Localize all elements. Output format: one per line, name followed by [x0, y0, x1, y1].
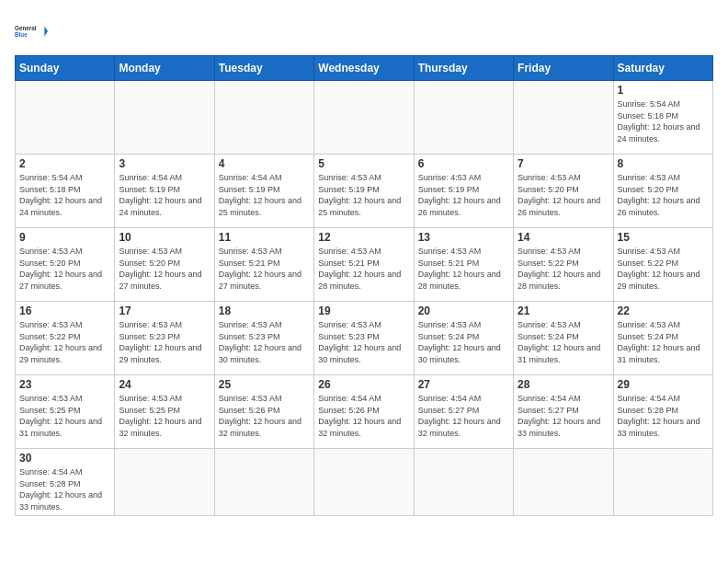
day-number: 2: [19, 157, 110, 170]
day-number: 21: [518, 304, 609, 317]
day-number: 19: [318, 304, 409, 317]
day-number: 22: [618, 304, 709, 317]
calendar-cell: [16, 81, 115, 155]
day-info: Sunrise: 4:53 AM Sunset: 5:20 PM Dayligh…: [19, 246, 110, 292]
day-number: 5: [318, 157, 409, 170]
day-info: Sunrise: 4:54 AM Sunset: 5:26 PM Dayligh…: [318, 393, 409, 439]
calendar-header-row: SundayMondayTuesdayWednesdayThursdayFrid…: [16, 56, 713, 81]
calendar-week-row: 23Sunrise: 4:53 AM Sunset: 5:25 PM Dayli…: [16, 375, 713, 449]
day-info: Sunrise: 4:53 AM Sunset: 5:21 PM Dayligh…: [318, 246, 409, 292]
calendar-cell: 10Sunrise: 4:53 AM Sunset: 5:20 PM Dayli…: [115, 228, 214, 302]
day-info: Sunrise: 4:53 AM Sunset: 5:25 PM Dayligh…: [19, 393, 110, 439]
day-info: Sunrise: 4:53 AM Sunset: 5:20 PM Dayligh…: [119, 246, 210, 292]
calendar-table: SundayMondayTuesdayWednesdayThursdayFrid…: [15, 55, 713, 516]
day-number: 24: [119, 378, 210, 391]
svg-marker-2: [44, 27, 48, 37]
day-number: 7: [518, 157, 609, 170]
day-info: Sunrise: 4:54 AM Sunset: 5:28 PM Dayligh…: [19, 466, 110, 512]
calendar-cell: 29Sunrise: 4:54 AM Sunset: 5:28 PM Dayli…: [613, 375, 712, 449]
day-info: Sunrise: 4:54 AM Sunset: 5:28 PM Dayligh…: [618, 393, 709, 439]
calendar-cell: [514, 81, 613, 155]
calendar-week-row: 30Sunrise: 4:54 AM Sunset: 5:28 PM Dayli…: [16, 449, 713, 516]
day-info: Sunrise: 4:53 AM Sunset: 5:23 PM Dayligh…: [219, 319, 310, 365]
day-info: Sunrise: 4:53 AM Sunset: 5:22 PM Dayligh…: [618, 246, 709, 292]
calendar-cell: 2Sunrise: 5:54 AM Sunset: 5:18 PM Daylig…: [16, 155, 115, 228]
day-number: 11: [219, 231, 310, 244]
calendar-cell: [613, 449, 712, 516]
calendar-cell: 25Sunrise: 4:53 AM Sunset: 5:26 PM Dayli…: [214, 375, 313, 449]
day-number: 3: [119, 157, 210, 170]
day-info: Sunrise: 5:54 AM Sunset: 5:18 PM Dayligh…: [19, 172, 110, 218]
calendar-cell: 4Sunrise: 4:54 AM Sunset: 5:19 PM Daylig…: [214, 155, 313, 228]
header-saturday: Saturday: [613, 56, 712, 81]
day-number: 6: [418, 157, 509, 170]
day-number: 27: [418, 378, 509, 391]
calendar-cell: 15Sunrise: 4:53 AM Sunset: 5:22 PM Dayli…: [613, 228, 712, 302]
day-number: 1: [618, 84, 709, 97]
day-number: 13: [418, 231, 509, 244]
day-number: 25: [219, 378, 310, 391]
day-number: 29: [618, 378, 709, 391]
day-info: Sunrise: 4:53 AM Sunset: 5:23 PM Dayligh…: [318, 319, 409, 365]
day-number: 28: [518, 378, 609, 391]
day-info: Sunrise: 4:53 AM Sunset: 5:22 PM Dayligh…: [19, 319, 110, 365]
calendar-cell: 11Sunrise: 4:53 AM Sunset: 5:21 PM Dayli…: [214, 228, 313, 302]
day-info: Sunrise: 4:53 AM Sunset: 5:23 PM Dayligh…: [119, 319, 210, 365]
calendar-week-row: 9Sunrise: 4:53 AM Sunset: 5:20 PM Daylig…: [16, 228, 713, 302]
calendar-cell: [115, 449, 214, 516]
day-info: Sunrise: 4:54 AM Sunset: 5:27 PM Dayligh…: [518, 393, 609, 439]
day-number: 15: [618, 231, 709, 244]
calendar-cell: 23Sunrise: 4:53 AM Sunset: 5:25 PM Dayli…: [16, 375, 115, 449]
calendar-cell: 24Sunrise: 4:53 AM Sunset: 5:25 PM Dayli…: [115, 375, 214, 449]
day-info: Sunrise: 4:53 AM Sunset: 5:21 PM Dayligh…: [219, 246, 310, 292]
header-friday: Friday: [514, 56, 613, 81]
calendar-cell: [414, 81, 513, 155]
logo-icon: General Blue: [15, 15, 48, 48]
calendar-cell: 26Sunrise: 4:54 AM Sunset: 5:26 PM Dayli…: [314, 375, 414, 449]
calendar-cell: 28Sunrise: 4:54 AM Sunset: 5:27 PM Dayli…: [514, 375, 613, 449]
calendar-week-row: 1Sunrise: 5:54 AM Sunset: 5:18 PM Daylig…: [16, 81, 713, 155]
header-monday: Monday: [115, 56, 214, 81]
calendar-cell: 17Sunrise: 4:53 AM Sunset: 5:23 PM Dayli…: [115, 302, 214, 375]
calendar-cell: 16Sunrise: 4:53 AM Sunset: 5:22 PM Dayli…: [16, 302, 115, 375]
svg-text:Blue: Blue: [15, 31, 28, 38]
day-info: Sunrise: 4:53 AM Sunset: 5:24 PM Dayligh…: [618, 319, 709, 365]
calendar-cell: 1Sunrise: 5:54 AM Sunset: 5:18 PM Daylig…: [613, 81, 712, 155]
calendar-cell: 12Sunrise: 4:53 AM Sunset: 5:21 PM Dayli…: [314, 228, 414, 302]
day-info: Sunrise: 4:53 AM Sunset: 5:19 PM Dayligh…: [418, 172, 509, 218]
calendar-cell: [115, 81, 214, 155]
day-number: 8: [618, 157, 709, 170]
calendar-cell: 20Sunrise: 4:53 AM Sunset: 5:24 PM Dayli…: [414, 302, 513, 375]
day-info: Sunrise: 5:54 AM Sunset: 5:18 PM Dayligh…: [618, 98, 709, 144]
day-number: 23: [19, 378, 110, 391]
day-number: 20: [418, 304, 509, 317]
calendar-week-row: 16Sunrise: 4:53 AM Sunset: 5:22 PM Dayli…: [16, 302, 713, 375]
header-tuesday: Tuesday: [214, 56, 313, 81]
day-number: 10: [119, 231, 210, 244]
day-number: 12: [318, 231, 409, 244]
calendar-cell: 8Sunrise: 4:53 AM Sunset: 5:20 PM Daylig…: [613, 155, 712, 228]
calendar-cell: 13Sunrise: 4:53 AM Sunset: 5:21 PM Dayli…: [414, 228, 513, 302]
calendar-cell: 5Sunrise: 4:53 AM Sunset: 5:19 PM Daylig…: [314, 155, 414, 228]
day-number: 26: [318, 378, 409, 391]
day-number: 4: [219, 157, 310, 170]
day-number: 17: [119, 304, 210, 317]
day-number: 30: [19, 452, 110, 465]
calendar-cell: [314, 449, 414, 516]
calendar-cell: 22Sunrise: 4:53 AM Sunset: 5:24 PM Dayli…: [613, 302, 712, 375]
day-info: Sunrise: 4:53 AM Sunset: 5:21 PM Dayligh…: [418, 246, 509, 292]
calendar-cell: [214, 449, 313, 516]
calendar-week-row: 2Sunrise: 5:54 AM Sunset: 5:18 PM Daylig…: [16, 155, 713, 228]
day-info: Sunrise: 4:54 AM Sunset: 5:27 PM Dayligh…: [418, 393, 509, 439]
calendar-cell: 21Sunrise: 4:53 AM Sunset: 5:24 PM Dayli…: [514, 302, 613, 375]
page-header: General Blue: [15, 15, 713, 48]
day-info: Sunrise: 4:53 AM Sunset: 5:22 PM Dayligh…: [518, 246, 609, 292]
day-info: Sunrise: 4:53 AM Sunset: 5:26 PM Dayligh…: [219, 393, 310, 439]
day-info: Sunrise: 4:53 AM Sunset: 5:24 PM Dayligh…: [518, 319, 609, 365]
calendar-cell: [514, 449, 613, 516]
day-info: Sunrise: 4:53 AM Sunset: 5:19 PM Dayligh…: [318, 172, 409, 218]
header-sunday: Sunday: [16, 56, 115, 81]
calendar-cell: 7Sunrise: 4:53 AM Sunset: 5:20 PM Daylig…: [514, 155, 613, 228]
calendar-cell: 14Sunrise: 4:53 AM Sunset: 5:22 PM Dayli…: [514, 228, 613, 302]
calendar-cell: [314, 81, 414, 155]
